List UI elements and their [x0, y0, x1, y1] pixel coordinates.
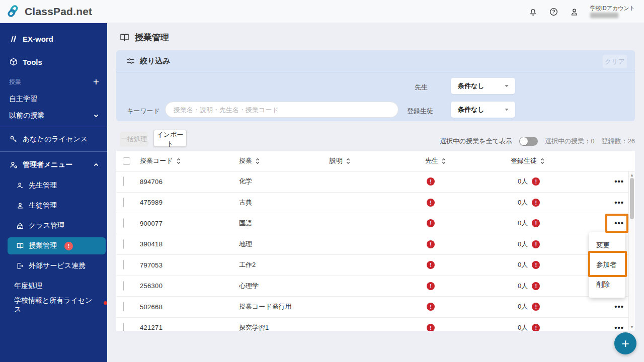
students-filter-select[interactable]: 条件なし [451, 102, 515, 118]
row-actions-button[interactable]: ••• [614, 200, 624, 205]
lesson-code: 421271 [138, 324, 239, 331]
sort-icon[interactable] [441, 158, 446, 164]
sidebar-item-selfstudy[interactable]: 自主学習 [0, 90, 107, 108]
student-count: 0人 [518, 302, 528, 311]
student-count: 0人 [518, 240, 528, 249]
lesson-name: 古典 [239, 198, 330, 207]
lesson-code: 256300 [138, 282, 239, 290]
row-checkbox[interactable] [123, 302, 124, 311]
sidebar-item-label: 学校情報と所有ライセンス [14, 296, 98, 314]
lesson-name: 国語 [239, 219, 330, 228]
table-toolbar-right: 選択中の授業を全て表示 選択中の授業：0 登録数：26 [440, 137, 635, 146]
chevron-down-icon [504, 107, 509, 112]
sidebar-item-school-info[interactable]: 学校情報と所有ライセンス [0, 297, 107, 314]
sidebar-item-student-mgmt[interactable]: 生徒管理 [0, 197, 107, 214]
sort-icon[interactable] [346, 158, 351, 164]
select-all-checkbox[interactable] [123, 157, 130, 165]
account-label: 学校IDアカウント [590, 6, 635, 11]
lesson-code: 502668 [138, 303, 239, 311]
teacher-filter-label: 先生 [415, 83, 428, 92]
lesson-code: 797053 [138, 261, 239, 269]
row-checkbox[interactable] [123, 260, 124, 269]
table-row: 256300 心理学 ! 0人 ! ••• [116, 276, 635, 297]
teacher-alert-badge: ! [427, 282, 435, 290]
table-row: 894706 化学 ! 0人 ! ••• [116, 171, 635, 193]
notification-dot [104, 301, 107, 305]
students-filter-label: 登録生徒 [407, 107, 433, 116]
row-checkbox[interactable] [123, 198, 124, 207]
key-icon [9, 135, 18, 144]
batch-process-button[interactable]: 一括処理 [120, 132, 148, 147]
lesson-code: 475989 [138, 199, 239, 206]
open-book-icon [16, 242, 24, 250]
sidebar-item-label: Tools [23, 58, 42, 66]
show-selected-toggle[interactable] [519, 137, 538, 146]
sidebar-item-lesson-mgmt[interactable]: 授業管理 ! [0, 237, 107, 254]
scroll-down-arrow-icon[interactable]: ▼ [629, 325, 635, 329]
table-scrollbar[interactable]: ▲ ▼ [628, 171, 635, 331]
sidebar-item-teacher-mgmt[interactable]: 先生管理 [0, 177, 107, 194]
show-selected-label: 選択中の授業を全て表示 [440, 137, 512, 146]
scrollbar-thumb[interactable] [630, 178, 634, 219]
logo-text: ClassPad.net [25, 6, 92, 18]
sidebar-item-class-mgmt[interactable]: クラス管理 [0, 217, 107, 234]
menu-item-edit[interactable]: 変更 [589, 235, 625, 255]
menu-item-delete[interactable]: 削除 [589, 275, 625, 295]
teacher-alert-badge: ! [427, 219, 435, 227]
column-header-students: 登録生徒 [511, 156, 537, 165]
external-link-icon [16, 262, 24, 270]
sidebar-item-label: クラス管理 [29, 221, 64, 230]
sidebar-item-label: 以前の授業 [9, 111, 44, 120]
notifications-bell-icon[interactable] [528, 7, 538, 17]
scroll-up-arrow-icon[interactable]: ▲ [629, 173, 635, 177]
help-icon[interactable] [549, 7, 558, 17]
teacher-filter-select[interactable]: 条件なし [451, 78, 515, 94]
row-checkbox[interactable] [123, 281, 124, 291]
sidebar-item-licenses[interactable]: あなたのライセンス [0, 131, 107, 148]
row-checkbox[interactable] [123, 218, 124, 228]
sidebar-item-label: EX-word [23, 35, 53, 43]
teacher-filter-value: 条件なし [458, 81, 485, 90]
clear-filter-button[interactable]: クリア [603, 55, 627, 68]
sort-icon[interactable] [540, 158, 545, 164]
row-checkbox[interactable] [123, 239, 124, 249]
sidebar-item-tools[interactable]: Tools [0, 53, 107, 70]
row-actions-button[interactable]: ••• [614, 179, 624, 184]
row-actions-button[interactable]: ••• [614, 304, 624, 309]
page-title-text: 授業管理 [135, 32, 169, 43]
sidebar-divider [0, 151, 107, 152]
students-alert-badge: ! [532, 177, 540, 186]
lesson-name: 心理学 [239, 282, 330, 291]
teacher-alert-badge: ! [427, 324, 435, 331]
add-lesson-fab[interactable]: + [614, 332, 636, 354]
sidebar-item-year-processing[interactable]: 年度処理 [0, 278, 107, 295]
sidebar-item-exword[interactable]: EX-word [0, 30, 107, 47]
row-actions-button[interactable]: ••• [614, 221, 624, 226]
sidebar-item-pastclasses[interactable]: 以前の授業 [0, 107, 107, 124]
table-body: 894706 化学 ! 0人 ! ••• 475989 古典 ! 0人 ! ••… [116, 171, 635, 331]
sidebar-item-label: 管理者メニュー [23, 160, 72, 169]
import-button[interactable]: インポート [153, 130, 187, 147]
row-checkbox[interactable] [123, 323, 124, 331]
total-count: 登録数：26 [602, 137, 635, 146]
sort-icon[interactable] [176, 158, 181, 164]
classpad-logo[interactable]: ClassPad.net [7, 5, 92, 18]
student-count: 0人 [518, 177, 528, 186]
account-info[interactable]: 学校IDアカウント [590, 6, 635, 18]
sidebar-item-admin-menu[interactable]: 管理者メニュー [0, 156, 107, 173]
keyword-search-input[interactable] [165, 102, 398, 118]
sort-icon[interactable] [255, 158, 260, 164]
lesson-name: 授業コード発行用 [239, 302, 330, 311]
add-class-button[interactable]: + [93, 77, 99, 87]
keyword-label: キーワード [127, 107, 160, 116]
teacher-alert-badge: ! [427, 177, 435, 186]
row-actions-button[interactable]: ••• [614, 325, 624, 330]
selected-count: 選択中の授業：0 [545, 137, 595, 146]
user-account-icon[interactable] [570, 7, 579, 17]
menu-item-participants[interactable]: 参加者 [589, 255, 625, 275]
sidebar-divider [0, 127, 107, 127]
sidebar-item-label: 外部サービス連携 [29, 261, 86, 270]
row-checkbox[interactable] [123, 176, 124, 186]
sidebar-item-external-services[interactable]: 外部サービス連携 [0, 257, 107, 275]
students-alert-badge: ! [532, 324, 540, 331]
